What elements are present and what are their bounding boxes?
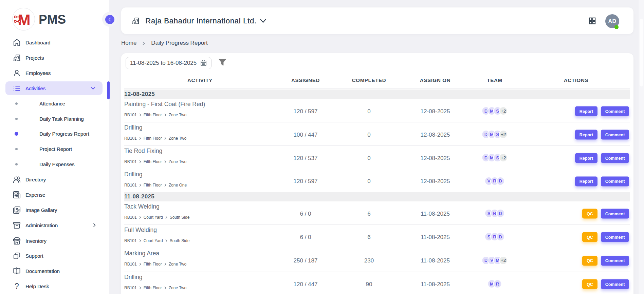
svg-text:M: M — [18, 12, 31, 27]
